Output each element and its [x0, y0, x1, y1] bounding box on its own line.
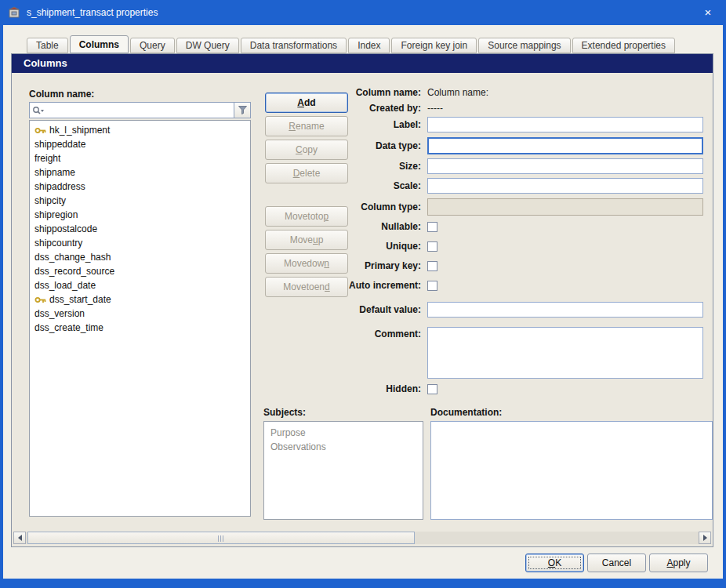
label-field-label: Label: — [270, 119, 427, 130]
close-icon[interactable]: × — [690, 0, 726, 25]
key-icon — [34, 295, 46, 305]
column-list-item[interactable]: dss_record_source — [30, 264, 250, 278]
column-list-item[interactable]: hk_l_shipment — [30, 123, 250, 137]
label-row: Label: — [270, 117, 703, 132]
panel-header-title: Columns — [12, 54, 713, 73]
column-item-label: dss_start_date — [49, 294, 111, 305]
created-by-label: Created by: — [270, 103, 427, 114]
column-list-item[interactable]: freight — [30, 151, 250, 165]
subjects-item[interactable]: Purpose — [270, 426, 416, 440]
column-filter-input[interactable] — [45, 103, 234, 117]
size-label: Size: — [270, 161, 427, 172]
subjects-item[interactable]: Observations — [270, 440, 416, 454]
column-filter-box — [29, 102, 251, 118]
column-item-label: freight — [34, 153, 60, 164]
column-list-item[interactable]: dss_change_hash — [30, 250, 250, 264]
titlebar: s_shipment_transact properties × — [0, 0, 726, 25]
column-item-label: shipcity — [34, 195, 66, 206]
label-input[interactable] — [427, 117, 703, 132]
auto-increment-label: Auto increment: — [270, 280, 427, 291]
scale-row: Scale: — [270, 178, 703, 194]
tab-query[interactable]: Query — [130, 38, 175, 53]
window-title: s_shipment_transact properties — [27, 7, 158, 18]
dialog-body: Table Columns Query DW Query Data transf… — [3, 25, 723, 579]
column-item-label: shippostalcode — [34, 223, 97, 234]
cancel-button[interactable]: Cancel — [587, 554, 646, 572]
auto-increment-row: Auto increment: — [270, 280, 437, 291]
column-list-item[interactable]: dss_create_time — [30, 321, 250, 335]
data-type-label: Data type: — [270, 140, 427, 151]
ok-button[interactable]: OK — [525, 554, 584, 572]
size-input[interactable] — [427, 158, 703, 174]
data-type-input[interactable] — [427, 137, 703, 154]
column-list-item[interactable]: shipcity — [30, 194, 250, 208]
column-list-item[interactable]: shipname — [30, 165, 250, 180]
column-name-row: Column name: Column name: — [270, 87, 488, 98]
default-value-label: Default value: — [270, 304, 427, 315]
tab-foreign-key-join[interactable]: Foreign key join — [391, 38, 477, 53]
column-type-label: Column type: — [270, 201, 427, 212]
scale-input[interactable] — [427, 178, 703, 194]
comment-textarea[interactable] — [427, 327, 703, 379]
column-list-item[interactable]: dss_version — [30, 307, 250, 321]
subjects-label: Subjects: — [263, 407, 306, 418]
unique-checkbox[interactable] — [427, 241, 437, 252]
tab-data-transformations[interactable]: Data transformations — [241, 38, 347, 53]
tab-bar: Table Columns Query DW Query Data transf… — [27, 35, 677, 53]
properties-window: s_shipment_transact properties × Table C… — [0, 0, 726, 588]
tab-columns[interactable]: Columns — [70, 35, 129, 53]
default-value-row: Default value: — [270, 302, 703, 318]
comment-label: Comment: — [270, 327, 427, 339]
app-icon — [8, 6, 20, 19]
tab-source-mappings[interactable]: Source mappings — [478, 38, 570, 53]
column-list-item[interactable]: shipaddress — [30, 180, 250, 194]
column-list-item[interactable]: dss_start_date — [30, 292, 250, 307]
column-item-label: dss_load_date — [34, 280, 96, 291]
scale-label: Scale: — [270, 180, 427, 191]
scrollbar-thumb[interactable] — [27, 532, 415, 544]
comment-row: Comment: — [270, 327, 703, 379]
column-item-label: shipregion — [34, 209, 78, 220]
horizontal-scrollbar[interactable] — [13, 532, 711, 544]
tab-extended-properties[interactable]: Extended properties — [572, 38, 675, 53]
column-item-label: dss_change_hash — [34, 252, 111, 263]
tab-dw-query[interactable]: DW Query — [176, 38, 239, 53]
apply-button[interactable]: Apply — [649, 554, 708, 572]
unique-label: Unique: — [270, 241, 427, 252]
column-item-label: dss_create_time — [34, 322, 103, 333]
columns-panel: Columns Column name: — [11, 53, 713, 547]
key-icon — [34, 125, 46, 136]
nullable-checkbox[interactable] — [427, 222, 437, 232]
scroll-right-icon[interactable] — [699, 532, 711, 544]
scrollbar-grip — [218, 535, 224, 542]
hidden-checkbox[interactable] — [427, 384, 437, 394]
column-name-label: Column name: — [270, 87, 427, 98]
hidden-label: Hidden: — [270, 383, 427, 394]
scroll-left-icon[interactable] — [13, 532, 26, 544]
column-list-item[interactable]: shippostalcode — [30, 222, 250, 236]
tab-index[interactable]: Index — [348, 38, 390, 53]
column-item-label: shippeddate — [34, 139, 85, 150]
columns-list: hk_l_shipment shippeddate freight shipna… — [29, 120, 251, 517]
column-list-item[interactable]: shippeddate — [30, 137, 250, 151]
column-item-label: hk_l_shipment — [49, 125, 110, 136]
created-by-value: ----- — [427, 103, 443, 114]
filter-icon[interactable] — [234, 103, 250, 118]
column-item-label: dss_record_source — [34, 266, 114, 277]
auto-increment-checkbox[interactable] — [427, 281, 437, 291]
documentation-textarea[interactable] — [430, 421, 713, 520]
tab-table[interactable]: Table — [27, 38, 68, 53]
default-value-input[interactable] — [427, 302, 703, 318]
column-list-item[interactable]: shipcountry — [30, 236, 250, 250]
column-list-item[interactable]: dss_load_date — [30, 278, 250, 292]
nullable-row: Nullable: — [270, 221, 437, 232]
primary-key-checkbox[interactable] — [427, 261, 437, 271]
column-item-label: shipname — [34, 167, 75, 178]
column-list-item[interactable]: shipregion — [30, 208, 250, 222]
column-item-label: dss_version — [34, 308, 85, 319]
search-icon — [30, 104, 45, 116]
column-name-list-label: Column name: — [29, 89, 94, 100]
subjects-listbox[interactable]: Purpose Observations — [263, 421, 423, 520]
unique-row: Unique: — [270, 241, 437, 252]
nullable-label: Nullable: — [270, 221, 427, 232]
